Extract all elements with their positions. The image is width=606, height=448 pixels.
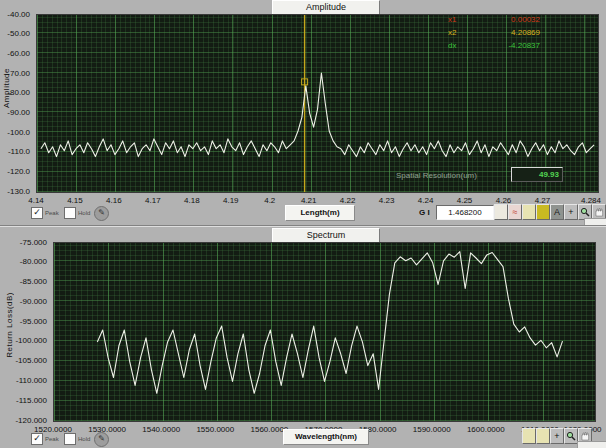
cursor-legend-label: x2	[448, 26, 468, 39]
y-tick-label: -60.00	[7, 49, 30, 58]
hand-icon	[594, 207, 604, 217]
scale-format-x-button[interactable]	[522, 204, 536, 220]
amplitude-x-axis-title: Length(m)	[285, 205, 355, 221]
y-tick-label: -85.000	[20, 277, 47, 286]
spectrum-y-ticks: -75.000-80.000-85.000-90.000-95.000-100.…	[0, 242, 50, 422]
zoom-button[interactable]	[564, 428, 578, 444]
x-tick-label: 1550.0000	[196, 425, 234, 434]
peak-checkbox-label: Peak	[45, 210, 59, 216]
return-loss-trace	[97, 252, 562, 394]
y-tick-label: -80.000	[20, 257, 47, 266]
scale-format-y-button[interactable]	[536, 428, 550, 444]
spectrum-graph-title: Spectrum	[272, 228, 380, 243]
cursor-move-button[interactable]: +	[550, 428, 564, 444]
cursor-move-button[interactable]: +	[564, 204, 578, 220]
panel-divider-highlight	[0, 226, 606, 227]
cursor-legend-button[interactable]: A	[550, 204, 564, 220]
spatial-resolution-value: 49.93	[511, 167, 563, 182]
y-tick-label: -120.000	[15, 416, 47, 425]
y-tick-label: -95.000	[20, 317, 47, 326]
amplitude-graph-title: Amplitude	[272, 0, 380, 15]
spec-chart-canvas	[54, 243, 595, 421]
hand-icon	[580, 431, 590, 441]
y-tick-label: -50.00	[7, 29, 30, 38]
x-tick-label: 4.22	[340, 196, 356, 205]
cursor-legend-label: x1	[448, 13, 468, 26]
toolbar-glyph: ≈	[513, 205, 518, 219]
hold-checkbox-2-label: Hold	[78, 436, 90, 442]
y-tick-label: -100.000	[15, 336, 47, 345]
y-tick-label: -120.0	[7, 167, 30, 176]
cursor-legend-row: x24.20869	[448, 26, 540, 39]
toolbar-glyph: +	[554, 429, 559, 443]
y-tick-label: -110.0	[8, 147, 30, 156]
x-tick-label: 4.18	[184, 196, 200, 205]
cursor-legend: x10.00032x24.20869dx-4.20837	[448, 13, 540, 52]
hold-checkbox-2[interactable]	[64, 433, 76, 445]
x-tick-label: 4.16	[106, 196, 122, 205]
x-tick-label: 4.21	[301, 196, 317, 205]
y-tick-label: -75.000	[20, 238, 47, 247]
x-tick-label: 4.25	[457, 196, 473, 205]
cursor-legend-row: dx-4.20837	[448, 39, 540, 52]
scale-format-x-button[interactable]	[522, 428, 536, 444]
y-tick-label: -115.000	[16, 396, 47, 405]
magnifier-icon	[566, 431, 576, 441]
cursor-legend-value: -4.20837	[468, 39, 540, 52]
y-tick-label: -70.00	[7, 69, 30, 78]
x-tick-label: 1600.0000	[467, 425, 505, 434]
y-tick-label: -110.000	[16, 376, 47, 385]
spatial-resolution-label: Spatial Resolution(um)	[396, 171, 477, 180]
peak-checkbox[interactable]: ✓	[31, 207, 43, 219]
x-tick-label: 4.15	[67, 196, 83, 205]
application-window: Amplitude Amplitude -40.00-50.00-60.00-7…	[0, 0, 606, 448]
magnifier-icon	[580, 207, 590, 217]
y-tick-label: -105.000	[15, 356, 47, 365]
plot-legend-button[interactable]	[494, 204, 508, 220]
pencil-icon[interactable]: ✎	[94, 206, 109, 221]
group-index-input[interactable]: 1.468200	[436, 205, 494, 220]
peak-checkbox-2[interactable]: ✓	[31, 433, 43, 445]
amplitude-trace	[41, 73, 594, 157]
x-tick-label: 4.24	[418, 196, 434, 205]
y-tick-label: -100.0	[7, 128, 30, 137]
cursor-legend-value: 4.20869	[468, 26, 540, 39]
x-tick-label: 1540.0000	[142, 425, 180, 434]
cursor-legend-label: dx	[448, 39, 468, 52]
x-tick-label: 4.19	[223, 196, 239, 205]
y-tick-label: -40.00	[7, 10, 30, 19]
y-tick-label: -80.00	[7, 88, 30, 97]
x-tick-label: 4.17	[145, 196, 161, 205]
y-tick-label: -130.0	[7, 187, 30, 196]
cursor-legend-value: 0.00032	[468, 13, 540, 26]
x-tick-label: 4.2	[264, 196, 275, 205]
spectrum-x-axis-title: Wavelength(nm)	[283, 429, 369, 445]
cursor-legend-row: x10.00032	[448, 13, 540, 26]
x-tick-label: 4.23	[379, 196, 395, 205]
peak-checkbox-2-label: Peak	[45, 436, 59, 442]
y-tick-label: -90.000	[20, 297, 47, 306]
x-tick-label: 4.14	[28, 196, 44, 205]
amplitude-y-ticks: -40.00-50.00-60.00-70.00-80.00-90.00-100…	[0, 14, 33, 193]
toolbar-glyph: +	[568, 205, 573, 219]
pencil-icon-2[interactable]: ✎	[94, 432, 109, 447]
toolbar-glyph: A	[554, 205, 560, 219]
y-tick-label: -90.00	[7, 108, 30, 117]
x-tick-label: 1530.0000	[88, 425, 126, 434]
hold-checkbox-label: Hold	[78, 210, 90, 216]
group-index-label: G I	[419, 208, 430, 217]
scale-format-y-button[interactable]	[536, 204, 550, 220]
spectrum-plot-area[interactable]	[53, 242, 596, 422]
corner-box-2	[577, 441, 606, 448]
autoscale-button[interactable]: ≈	[508, 204, 522, 220]
x-tick-label: 1590.0000	[413, 425, 451, 434]
hold-checkbox[interactable]	[64, 207, 76, 219]
